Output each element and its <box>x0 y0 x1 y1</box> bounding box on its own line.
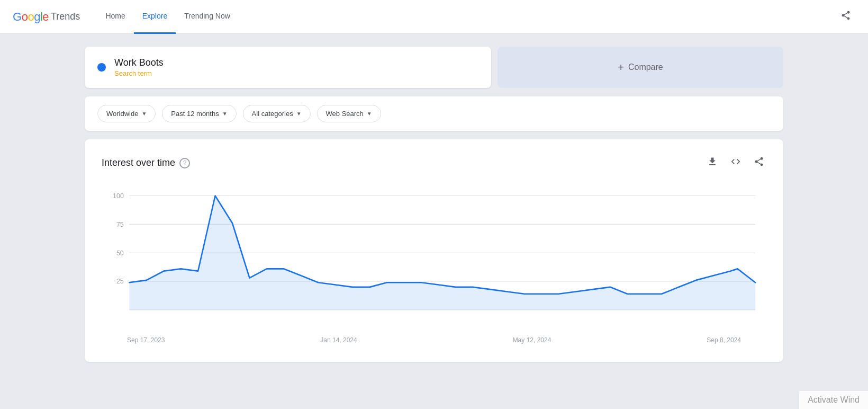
region-dropdown-arrow: ▼ <box>141 111 147 117</box>
compare-card[interactable]: + Compare <box>498 47 783 88</box>
x-label-2: May 12, 2024 <box>513 336 551 344</box>
search-term-label: Work Boots <box>114 57 164 68</box>
time-dropdown-arrow: ▼ <box>222 111 228 117</box>
activate-watermark: Activate Wind <box>799 391 868 409</box>
chart-title-row: Interest over time ? <box>102 157 190 168</box>
search-row: Work Boots Search term + Compare <box>85 47 783 88</box>
chart-title: Interest over time <box>102 157 175 168</box>
chart-header: Interest over time ? <box>102 154 766 172</box>
time-filter-label: Past 12 months <box>171 110 219 118</box>
help-icon[interactable]: ? <box>179 158 190 168</box>
search-type-label: Search term <box>114 69 164 77</box>
svg-text:75: 75 <box>116 220 124 228</box>
filters-row: Worldwide ▼ Past 12 months ▼ All categor… <box>85 96 783 131</box>
share-chart-button[interactable] <box>752 154 766 172</box>
x-label-0: Sep 17, 2023 <box>127 336 165 344</box>
download-button[interactable] <box>705 154 720 172</box>
nav-trending-now[interactable]: Trending Now <box>176 0 239 34</box>
search-type-filter-label: Web Search <box>326 110 364 118</box>
search-card: Work Boots Search term <box>85 47 491 88</box>
x-label-3: Sep 8, 2024 <box>707 336 741 344</box>
x-label-1: Jan 14, 2024 <box>320 336 357 344</box>
trends-label: Trends <box>51 11 80 22</box>
category-filter[interactable]: All categories ▼ <box>243 105 311 122</box>
chart-card: Interest over time ? <box>85 139 783 362</box>
compare-label: Compare <box>628 63 663 72</box>
main-nav: Home Explore Trending Now <box>97 0 238 34</box>
interest-over-time-chart: 100 75 50 25 <box>102 184 766 333</box>
svg-text:100: 100 <box>113 192 124 200</box>
google-trends-logo: Google Trends <box>13 10 80 24</box>
category-dropdown-arrow: ▼ <box>296 111 302 117</box>
chart-container: 100 75 50 25 Sep 17, 2023 Jan 14, 2024 M… <box>102 184 766 344</box>
time-filter[interactable]: Past 12 months ▼ <box>162 105 236 122</box>
region-filter-label: Worldwide <box>106 110 138 118</box>
header-share-button[interactable] <box>836 6 855 28</box>
search-info: Work Boots Search term <box>114 57 164 77</box>
search-dot <box>97 63 106 72</box>
category-filter-label: All categories <box>252 110 293 118</box>
region-filter[interactable]: Worldwide ▼ <box>97 105 156 122</box>
compare-plus-icon: + <box>618 61 624 74</box>
chart-actions <box>705 154 766 172</box>
svg-text:25: 25 <box>116 277 124 285</box>
main-content: Work Boots Search term + Compare Worldwi… <box>0 34 868 375</box>
nav-home[interactable]: Home <box>97 0 133 34</box>
svg-text:50: 50 <box>116 248 124 256</box>
header: Google Trends Home Explore Trending Now <box>0 0 868 34</box>
chart-x-labels: Sep 17, 2023 Jan 14, 2024 May 12, 2024 S… <box>102 334 766 344</box>
nav-explore[interactable]: Explore <box>134 0 176 34</box>
embed-button[interactable] <box>728 154 743 172</box>
search-type-dropdown-arrow: ▼ <box>367 111 372 117</box>
search-type-filter[interactable]: Web Search ▼ <box>317 105 381 122</box>
